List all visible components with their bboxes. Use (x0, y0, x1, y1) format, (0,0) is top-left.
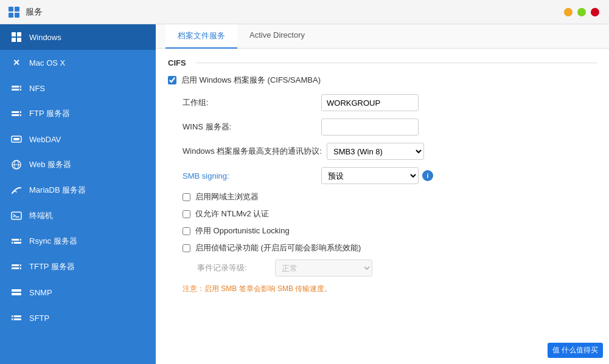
workgroup-row: 工作组: (168, 94, 597, 111)
smb-signing-select-wrapper: 预设 启用 停用 i (321, 167, 433, 184)
web-icon (10, 158, 23, 171)
svg-point-31 (13, 315, 14, 317)
error-log-row: 启用侦错记录功能 (开启后可能会影响系统效能) (168, 242, 597, 253)
opportunistic-label: 停用 Opportunistic Locking (195, 225, 290, 236)
sidebar-label-ftp: FTP 服务器 (29, 108, 70, 119)
protocol-label: Windows 档案服务最高支持的通讯协议: (183, 146, 322, 157)
wins-label: WINS 服务器: (183, 122, 316, 132)
svg-rect-1 (15, 7, 19, 12)
protocol-row: Windows 档案服务最高支持的通讯协议: SMB1 SMB2 SMB3 (W… (168, 143, 597, 160)
smb-signing-info-icon[interactable]: i (422, 170, 433, 181)
sidebar-item-mariadb[interactable]: MariaDB 服务器 (0, 177, 156, 203)
tab-active-directory[interactable]: Active Directory (237, 24, 317, 49)
mariadb-icon (10, 184, 23, 197)
sidebar-item-snmp[interactable]: SNMP (0, 280, 156, 305)
sidebar: Windows ✕ Mac OS X NFS (0, 24, 156, 364)
tab-file-service[interactable]: 档案文件服务 (165, 24, 237, 49)
sidebar-label-windows: Windows (29, 33, 61, 42)
opportunistic-row: 停用 Opportunistic Locking (168, 225, 597, 236)
sidebar-label-tftp: TFTP 服务器 (29, 261, 75, 272)
ntlmv2-label: 仅允许 NTLMv2 认证 (195, 208, 269, 219)
sidebar-label-macosx: Mac OS X (29, 58, 65, 67)
svg-rect-28 (12, 293, 21, 295)
snmp-icon (10, 286, 23, 299)
sftp-icon (10, 311, 23, 325)
event-log-select[interactable]: 正常 详细 调试 (275, 259, 372, 276)
cifs-title: CIFS (168, 58, 191, 67)
sidebar-item-tftp[interactable]: TFTP 服务器 (0, 254, 156, 280)
network-browser-checkbox[interactable] (183, 193, 190, 201)
sidebar-label-webdav: WebDAV (29, 135, 61, 144)
enable-cifs-checkbox[interactable] (168, 76, 176, 84)
protocol-select[interactable]: SMB1 SMB2 SMB3 (Win 8) (327, 143, 424, 160)
tftp-icon (10, 260, 23, 273)
sidebar-item-ftp[interactable]: FTP 服务器 (0, 101, 156, 126)
sidebar-item-nfs[interactable]: NFS (0, 75, 156, 101)
sidebar-label-terminal: 终端机 (29, 210, 53, 221)
nfs-icon (10, 81, 23, 95)
network-browser-label: 启用网域主浏览器 (195, 191, 259, 202)
svg-point-22 (13, 242, 14, 243)
ntlmv2-row: 仅允许 NTLMv2 认证 (168, 208, 597, 219)
windows-icon (10, 30, 23, 44)
svg-rect-2 (9, 13, 13, 18)
titlebar: 服务 (0, 0, 609, 24)
svg-point-21 (19, 239, 20, 240)
wins-input[interactable] (321, 118, 419, 136)
workgroup-label: 工作组: (183, 97, 316, 108)
cifs-section-header: CIFS (168, 58, 597, 67)
svg-rect-17 (12, 212, 21, 219)
smb-note: 注意：启用 SMB 签章会影响 SMB 传输速度。 (168, 284, 597, 294)
sidebar-item-sftp[interactable]: SFTP (0, 305, 156, 331)
macosx-icon: ✕ (10, 56, 23, 69)
wins-row: WINS 服务器: (168, 118, 597, 136)
svg-point-7 (19, 89, 20, 90)
rsync-icon (10, 235, 23, 248)
ftp-icon (10, 107, 23, 120)
app-title: 服务 (26, 7, 43, 18)
svg-rect-3 (15, 13, 19, 18)
smb-signing-select[interactable]: 预设 启用 停用 (321, 167, 419, 184)
window-controls (564, 8, 599, 16)
terminal-icon (10, 209, 23, 222)
error-log-checkbox[interactable] (183, 244, 190, 252)
event-log-row: 事件记录等级: 正常 详细 调试 (168, 259, 597, 276)
close-button[interactable] (591, 8, 599, 16)
svg-point-10 (19, 111, 20, 112)
enable-cifs-label: 启用 Windows 档案服务 (CIFS/SAMBA) (181, 75, 321, 86)
webdav-icon (10, 132, 23, 146)
network-browser-row: 启用网域主浏览器 (168, 191, 597, 202)
event-log-label: 事件记录等级: (197, 263, 270, 273)
svg-point-32 (13, 318, 14, 320)
sidebar-label-snmp: SNMP (29, 288, 52, 297)
svg-rect-0 (9, 7, 13, 12)
sidebar-label-web: Web 服务器 (29, 159, 71, 170)
sidebar-item-terminal[interactable]: 终端机 (0, 203, 156, 228)
svg-rect-13 (13, 138, 19, 140)
svg-rect-27 (12, 289, 21, 292)
tab-content: CIFS 启用 Windows 档案服务 (CIFS/SAMBA) 工作组: W… (156, 49, 609, 364)
maximize-button[interactable] (577, 8, 586, 16)
minimize-button[interactable] (564, 8, 572, 16)
sidebar-label-nfs: NFS (29, 84, 45, 93)
workgroup-input[interactable] (321, 94, 419, 111)
content-area: 档案文件服务 Active Directory CIFS 启用 Windows … (156, 24, 609, 364)
tabs-bar: 档案文件服务 Active Directory (156, 24, 609, 49)
sidebar-label-mariadb: MariaDB 服务器 (29, 185, 86, 196)
sidebar-item-windows[interactable]: Windows (0, 24, 156, 50)
smb-signing-row: SMB signing: 预设 启用 停用 i (168, 167, 597, 184)
sidebar-item-webdav[interactable]: WebDAV (0, 126, 156, 152)
opportunistic-checkbox[interactable] (183, 227, 190, 235)
sidebar-item-web[interactable]: Web 服务器 (0, 152, 156, 177)
enable-cifs-row: 启用 Windows 档案服务 (CIFS/SAMBA) (168, 75, 597, 86)
svg-point-26 (19, 267, 20, 269)
section-divider (196, 63, 597, 63)
ntlmv2-checkbox[interactable] (183, 210, 190, 218)
sidebar-label-sftp: SFTP (29, 314, 49, 323)
sidebar-label-rsync: Rsync 服务器 (29, 236, 77, 247)
svg-point-25 (19, 264, 20, 266)
sidebar-item-macosx[interactable]: ✕ Mac OS X (0, 50, 156, 75)
main-layout: Windows ✕ Mac OS X NFS (0, 24, 609, 364)
error-log-label: 启用侦错记录功能 (开启后可能会影响系统效能) (195, 242, 361, 253)
sidebar-item-rsync[interactable]: Rsync 服务器 (0, 228, 156, 254)
